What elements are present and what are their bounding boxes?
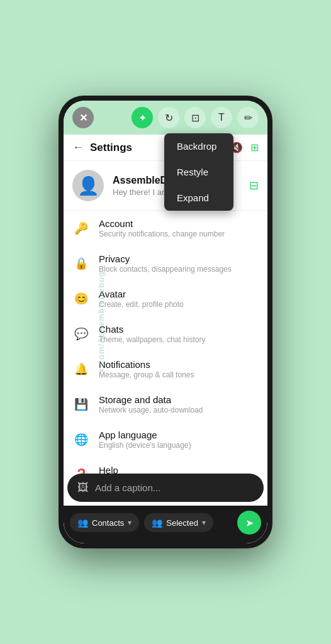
language-title: App language [99, 430, 191, 440]
toolbar-icons: ✦ ↻ ⊡ T ✏ [132, 107, 259, 128]
language-icon: 🌐 [72, 431, 90, 448]
language-text: App language English (device's language) [99, 430, 191, 450]
dropdown-menu: Backdrop Restyle Expand [164, 133, 233, 211]
account-text: Account Security notifications, change n… [99, 218, 225, 238]
privacy-text: Privacy Block contacts, disappearing mes… [99, 253, 232, 274]
dropdown-item-backdrop[interactable]: Backdrop [164, 133, 233, 159]
contacts-chip[interactable]: 👥 Contacts ▾ [70, 513, 139, 532]
avatar-title: Avatar [99, 289, 184, 299]
help-title: Help [99, 465, 225, 474]
storage-title: Storage and data [99, 394, 203, 405]
chats-subtitle: Theme, wallpapers, chat history [99, 335, 205, 344]
caption-image-icon: 🖼 [77, 481, 89, 494]
account-icon: 🔑 [72, 219, 90, 237]
privacy-icon: 🔒 [72, 255, 90, 272]
bottom-bar: 👥 Contacts ▾ 👥 Selected ▾ ➤ [64, 506, 267, 543]
notifications-text: Notifications Message, group & call tone… [99, 359, 194, 379]
caption-placeholder: Add a caption... [95, 482, 160, 493]
selected-icon: 👥 [152, 518, 162, 528]
settings-item-privacy[interactable]: 🔒 Privacy Block contacts, disappearing m… [64, 246, 267, 281]
language-subtitle: English (device's language) [99, 441, 191, 450]
crop-icon-button[interactable]: ⊡ [184, 107, 206, 128]
pen-icon-button[interactable]: ✏ [237, 107, 259, 128]
privacy-subtitle: Block contacts, disappearing messages [99, 265, 232, 274]
dropdown-item-restyle[interactable]: Restyle [164, 159, 233, 185]
settings-item-chats[interactable]: 💬 Chats Theme, wallpapers, chat history [64, 316, 267, 352]
contacts-icon: 👥 [77, 518, 88, 528]
close-button[interactable]: ✕ [72, 107, 94, 128]
phone-screen: ✕ ✦ ↻ ⊡ T ✏ Backdrop Restyle Expand ← Se… [64, 101, 267, 543]
storage-icon: 💾 [72, 396, 90, 413]
settings-item-notifications[interactable]: 🔔 Notifications Message, group & call to… [64, 352, 267, 387]
phone-frame: ✕ ✦ ↻ ⊡ T ✏ Backdrop Restyle Expand ← Se… [59, 96, 272, 548]
avatar-subtitle: Create, edit, profile photo [99, 300, 184, 309]
contacts-label: Contacts [92, 518, 124, 528]
contacts-chevron: ▾ [128, 518, 132, 527]
chats-title: Chats [99, 324, 205, 335]
selected-label: Selected [166, 518, 198, 528]
storage-text: Storage and data Network usage, auto-dow… [99, 394, 203, 414]
caption-bar[interactable]: 🖼 Add a caption... [67, 474, 264, 502]
magic-icon-button[interactable]: ✦ [132, 107, 153, 128]
text-icon-button[interactable]: T [211, 107, 232, 128]
avatar: 👤 [72, 170, 104, 201]
settings-item-help[interactable]: ❓ Help Help center, contact us, privacy … [64, 457, 267, 474]
chats-text: Chats Theme, wallpapers, chat history [99, 324, 205, 344]
chats-icon: 💬 [72, 325, 90, 343]
storage-subtitle: Network usage, auto-download [99, 406, 203, 414]
avatar-text: Avatar Create, edit, profile photo [99, 289, 184, 309]
account-subtitle: Security notifications, change number [99, 230, 225, 238]
back-icon[interactable]: ← [72, 141, 84, 154]
privacy-title: Privacy [99, 253, 232, 264]
notifications-icon: 🔔 [72, 360, 90, 378]
selected-chip[interactable]: 👥 Selected ▾ [144, 513, 213, 532]
rotate-icon-button[interactable]: ↻ [158, 107, 179, 128]
settings-title: Settings [90, 142, 132, 154]
header-icons: 🔇 ⊞ [230, 142, 259, 153]
settings-list: 🔑 Account Security notifications, change… [64, 211, 267, 474]
qr-icon[interactable]: ⊞ [250, 142, 259, 153]
settings-item-language[interactable]: 🌐 App language English (device's languag… [64, 422, 267, 457]
notifications-title: Notifications [99, 359, 194, 370]
settings-item-storage[interactable]: 💾 Storage and data Network usage, auto-d… [64, 387, 267, 422]
send-button[interactable]: ➤ [237, 511, 261, 535]
account-title: Account [99, 218, 225, 229]
dropdown-item-expand[interactable]: Expand [164, 185, 233, 211]
qr-code-icon[interactable]: ⊟ [249, 179, 259, 192]
avatar-icon: 😊 [72, 290, 90, 308]
help-text: Help Help center, contact us, privacy po… [99, 465, 225, 474]
notifications-subtitle: Message, group & call tones [99, 370, 194, 379]
top-toolbar: ✕ ✦ ↻ ⊡ T ✏ [64, 101, 267, 135]
selected-chevron: ▾ [202, 518, 206, 527]
settings-item-avatar[interactable]: 😊 Avatar Create, edit, profile photo [64, 281, 267, 316]
help-icon: ❓ [72, 466, 90, 474]
settings-item-account[interactable]: 🔑 Account Security notifications, change… [64, 211, 267, 246]
